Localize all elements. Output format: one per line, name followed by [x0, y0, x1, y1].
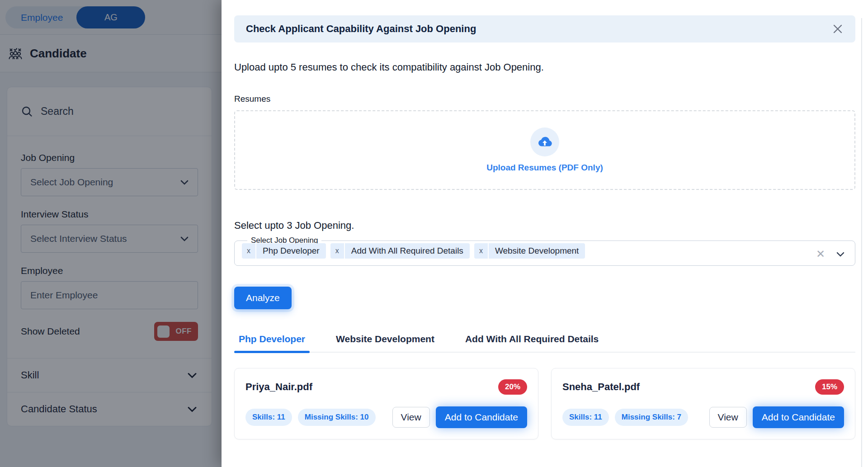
- scrollbar-track[interactable]: [861, 18, 862, 467]
- add-to-candidate-button[interactable]: Add to Candidate: [436, 406, 527, 428]
- chevron-down-icon[interactable]: [835, 249, 846, 259]
- match-percent-badge: 20%: [498, 379, 527, 395]
- selected-chip: x Add With All Required Details: [330, 243, 470, 259]
- selected-chip: x Website Development: [474, 243, 585, 259]
- chip-label: Website Development: [489, 243, 585, 259]
- view-button[interactable]: View: [709, 407, 747, 428]
- resume-filename: Priya_Nair.pdf: [245, 381, 312, 393]
- match-percent-badge: 15%: [815, 379, 844, 395]
- chip-label: Php Developer: [256, 243, 326, 259]
- tab-php-developer[interactable]: Php Developer: [234, 334, 310, 352]
- missing-skills-count-badge: Missing Skills: 10: [298, 409, 376, 426]
- modal-title: Check Applicant Capability Against Job O…: [246, 23, 476, 35]
- missing-skills-count-badge: Missing Skills: 7: [615, 409, 688, 426]
- modal-subtitle: Upload upto 5 resumes to check its compa…: [234, 61, 855, 73]
- resume-dropzone[interactable]: Upload Resumes (PDF Only): [234, 110, 855, 190]
- add-to-candidate-button[interactable]: Add to Candidate: [753, 406, 844, 428]
- upload-resumes-link[interactable]: Upload Resumes (PDF Only): [486, 163, 603, 173]
- resume-card: Sneha_Patel.pdf 15% Skills: 11 Missing S…: [551, 368, 855, 439]
- view-button[interactable]: View: [392, 407, 430, 428]
- selected-chip: x Php Developer: [242, 243, 326, 259]
- result-tabs: Php Developer Website Development Add Wi…: [234, 334, 855, 353]
- analyze-button[interactable]: Analyze: [234, 287, 292, 309]
- upload-cloud-circle: [530, 127, 559, 156]
- tab-website-development[interactable]: Website Development: [331, 334, 439, 352]
- cloud-upload-icon: [536, 133, 553, 151]
- tab-add-with-all-required-details[interactable]: Add With All Required Details: [461, 334, 603, 352]
- check-capability-modal: Check Applicant Capability Against Job O…: [222, 0, 868, 467]
- close-icon[interactable]: [832, 23, 844, 35]
- chip-remove-icon[interactable]: x: [242, 243, 256, 259]
- chip-label: Add With All Required Details: [345, 243, 470, 259]
- select-job-opening-heading: Select upto 3 Job Opening.: [234, 220, 855, 231]
- clear-selection-icon[interactable]: ✕: [816, 249, 825, 259]
- skills-count-badge: Skills: 11: [562, 409, 609, 426]
- modal-header: Check Applicant Capability Against Job O…: [234, 15, 855, 42]
- chip-remove-icon[interactable]: x: [474, 243, 489, 259]
- resume-card: Priya_Nair.pdf 20% Skills: 11 Missing Sk…: [234, 368, 538, 439]
- skills-count-badge: Skills: 11: [245, 409, 292, 426]
- resume-filename: Sneha_Patel.pdf: [562, 381, 640, 393]
- job-opening-multiselect[interactable]: Select Job Opening x Php Developer x Add…: [234, 236, 855, 266]
- resume-results: Priya_Nair.pdf 20% Skills: 11 Missing Sk…: [234, 368, 855, 439]
- resumes-field-label: Resumes: [234, 94, 855, 104]
- chip-remove-icon[interactable]: x: [330, 243, 345, 259]
